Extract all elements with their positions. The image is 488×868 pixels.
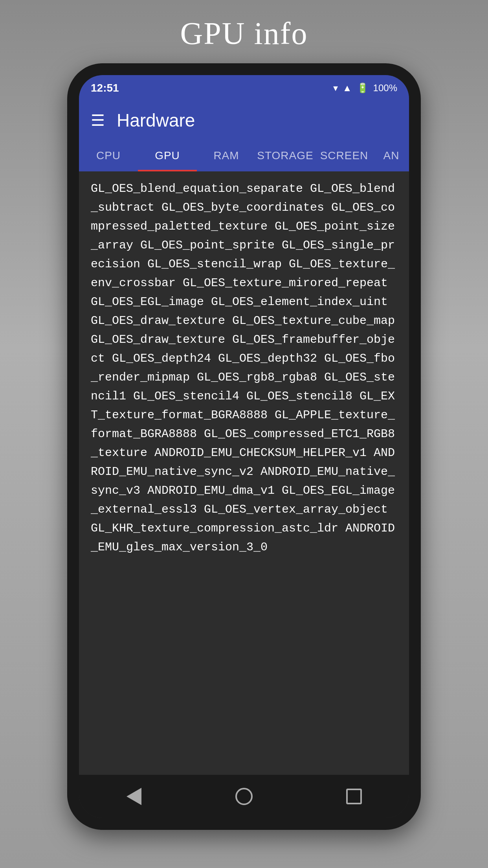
gl-extensions-list: GL_OES_blend_equation_separate GL_OES_bl… bbox=[91, 179, 397, 557]
signal-icon: ▲ bbox=[343, 83, 352, 94]
status-icons: ▾ ▲ 🔋 100% bbox=[333, 83, 397, 94]
wifi-icon: ▾ bbox=[333, 83, 338, 94]
back-button[interactable] bbox=[118, 781, 150, 812]
tab-cpu[interactable]: CPU bbox=[79, 140, 138, 171]
content-area: GL_OES_blend_equation_separate GL_OES_bl… bbox=[79, 171, 409, 775]
home-button[interactable] bbox=[228, 781, 260, 812]
hamburger-icon[interactable]: ☰ bbox=[91, 111, 105, 129]
bottom-nav bbox=[79, 775, 409, 818]
tab-gpu[interactable]: GPU bbox=[138, 140, 197, 171]
tab-bar: CPU GPU RAM STORAGE SCREEN AN bbox=[79, 140, 409, 171]
battery-percentage: 100% bbox=[373, 83, 397, 94]
app-bar: ☰ Hardware bbox=[79, 101, 409, 140]
tab-screen[interactable]: SCREEN bbox=[315, 140, 374, 171]
app-bar-title: Hardware bbox=[117, 110, 195, 131]
tab-android[interactable]: AN bbox=[374, 140, 409, 171]
status-time: 12:51 bbox=[91, 82, 119, 94]
recents-icon bbox=[346, 789, 362, 804]
tab-ram[interactable]: RAM bbox=[197, 140, 256, 171]
tab-storage[interactable]: STORAGE bbox=[256, 140, 315, 171]
app-title-area: GPU info bbox=[0, 0, 488, 63]
phone-frame: 12:51 ▾ ▲ 🔋 100% ☰ Hardware CPU GPU RAM bbox=[67, 63, 421, 830]
battery-icon: 🔋 bbox=[357, 83, 369, 94]
recents-button[interactable] bbox=[338, 781, 370, 812]
phone-screen: 12:51 ▾ ▲ 🔋 100% ☰ Hardware CPU GPU RAM bbox=[79, 75, 409, 818]
app-title: GPU info bbox=[0, 16, 488, 51]
back-icon bbox=[127, 788, 141, 805]
status-bar: 12:51 ▾ ▲ 🔋 100% bbox=[79, 75, 409, 101]
home-icon bbox=[235, 788, 253, 805]
